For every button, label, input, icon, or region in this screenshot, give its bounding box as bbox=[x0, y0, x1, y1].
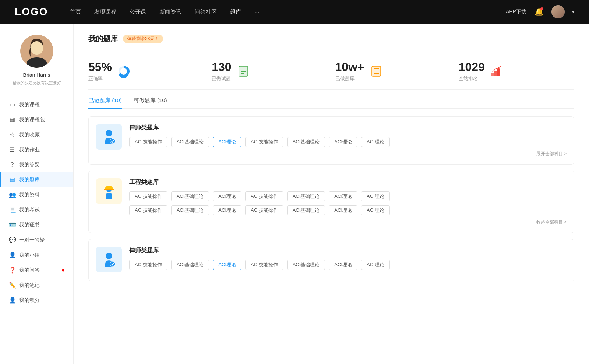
bank-tag[interactable]: ACI理论 bbox=[329, 260, 357, 270]
bank-tag[interactable]: ACI理论 bbox=[329, 205, 357, 215]
my-qa-icon: ❓ bbox=[9, 267, 15, 274]
lawyer-bank-tags: ACI技能操作 ACI基础理论 ACI理论 ACI技能操作 ACI基础理论 AC… bbox=[129, 137, 567, 147]
nav-open-course[interactable]: 公开课 bbox=[130, 7, 146, 17]
expand-button[interactable]: 展开全部科目 > bbox=[536, 151, 567, 157]
bank-tag[interactable]: ACI基础理论 bbox=[171, 137, 209, 147]
profile-name: Brian Harris bbox=[23, 72, 50, 78]
sidebar-item-my-qa[interactable]: ❓ 我的问答 bbox=[0, 263, 73, 278]
profile-motto: 错误的决定比没有决定要好 bbox=[13, 80, 61, 86]
stat-done-banks: 10w+ 已做题库 bbox=[328, 60, 451, 82]
bank-card-lawyer-1: 律师类题库 ACI技能操作 ACI基础理论 ACI理论 ACI技能操作 ACI基… bbox=[88, 116, 574, 165]
svg-point-4 bbox=[120, 68, 127, 75]
sidebar-item-favorites[interactable]: ☆ 我的收藏 bbox=[0, 127, 73, 142]
svg-point-22 bbox=[106, 253, 112, 259]
bank-tag[interactable]: ACI理论 bbox=[361, 260, 390, 270]
page-header: 我的题库 体验剩余23天！ bbox=[88, 24, 574, 51]
bank-tag[interactable]: ACI理论 bbox=[361, 191, 390, 201]
bank-tag[interactable]: ACI技能操作 bbox=[245, 191, 283, 201]
user-avatar[interactable] bbox=[551, 5, 565, 18]
bank-tag[interactable]: ACI基础理论 bbox=[171, 260, 209, 270]
sidebar-item-groups[interactable]: 👤 我的小组 bbox=[0, 247, 73, 263]
bank-tag[interactable]: ACI技能操作 bbox=[245, 137, 283, 147]
sidebar-item-exam[interactable]: 📃 我的考试 bbox=[0, 202, 73, 217]
sidebar-label: 我的考试 bbox=[19, 207, 40, 213]
nav-qa[interactable]: 问答社区 bbox=[195, 7, 217, 17]
nav-question-bank[interactable]: 题库 bbox=[230, 7, 241, 17]
bank-card-engineer: 工程类题库 ACI技能操作 ACI基础理论 ACI理论 ACI技能操作 ACI基… bbox=[88, 171, 574, 233]
bank-tag[interactable]: ACI技能操作 bbox=[245, 205, 283, 215]
page-title: 我的题库 bbox=[88, 34, 118, 44]
user-menu-chevron[interactable]: ▾ bbox=[572, 9, 574, 14]
lawyer-bank-title-2: 律师类题库 bbox=[129, 247, 567, 254]
nav-home[interactable]: 首页 bbox=[70, 7, 81, 17]
stat-done-banks-label: 已做题库 bbox=[335, 75, 364, 82]
bank-tag[interactable]: ACI技能操作 bbox=[129, 137, 167, 147]
courses-icon: ▭ bbox=[9, 101, 15, 108]
sidebar-item-points[interactable]: 👤 我的积分 bbox=[0, 293, 73, 308]
packages-icon: ▦ bbox=[9, 116, 15, 123]
bank-tag[interactable]: ACI理论 bbox=[213, 191, 241, 201]
stats-row: 55% 正确率 130 bbox=[88, 51, 574, 90]
stat-ranking-value: 1029 bbox=[459, 60, 485, 74]
sidebar-item-notes[interactable]: ✏️ 我的笔记 bbox=[0, 278, 73, 293]
nav-more[interactable]: ··· bbox=[254, 7, 259, 17]
bank-tag[interactable]: ACI基础理论 bbox=[287, 205, 325, 215]
done-banks-icon bbox=[370, 65, 383, 78]
sidebar-item-one-on-one[interactable]: 💬 一对一答疑 bbox=[0, 232, 73, 247]
app-download-button[interactable]: APP下载 bbox=[506, 8, 526, 15]
exam-icon: 📃 bbox=[9, 206, 15, 213]
bank-tag[interactable]: ACI基础理论 bbox=[171, 205, 209, 215]
question-bank-tabs: 已做题库 (10) 可做题库 (10) bbox=[88, 90, 574, 109]
sidebar-label: 我的题库 bbox=[19, 176, 40, 183]
bank-tag[interactable]: ACI技能操作 bbox=[129, 205, 167, 215]
sidebar-profile: Brian Harris 错误的决定比没有决定要好 bbox=[0, 24, 73, 93]
lawyer-bank-content: 律师类题库 ACI技能操作 ACI基础理论 ACI理论 ACI技能操作 ACI基… bbox=[129, 124, 567, 157]
sidebar-item-homework[interactable]: ☰ 我的作业 bbox=[0, 142, 73, 157]
lawyer-bank-icon-2 bbox=[96, 247, 122, 272]
engineer-bank-tags-row1: ACI技能操作 ACI基础理论 ACI理论 ACI技能操作 ACI基础理论 AC… bbox=[129, 191, 567, 201]
unread-dot bbox=[62, 269, 64, 271]
svg-rect-21 bbox=[104, 189, 114, 190]
sidebar-label: 我的课程 bbox=[19, 101, 40, 108]
notification-dot bbox=[540, 7, 543, 10]
bank-tag[interactable]: ACI理论 bbox=[329, 191, 357, 201]
sidebar-label: 我的证书 bbox=[19, 222, 40, 228]
bank-tag[interactable]: ACI理论 bbox=[213, 205, 241, 215]
nav-discover[interactable]: 发现课程 bbox=[94, 7, 116, 17]
sidebar-label: 我的问答 bbox=[19, 267, 40, 274]
bank-tag[interactable]: ACI基础理论 bbox=[287, 191, 325, 201]
sidebar-item-my-courses[interactable]: ▭ 我的课程 bbox=[0, 97, 73, 112]
materials-icon: 👥 bbox=[9, 191, 15, 198]
svg-rect-17 bbox=[497, 68, 500, 76]
sidebar-label: 我的笔记 bbox=[19, 282, 40, 289]
bank-tag[interactable]: ACI理论 bbox=[329, 137, 357, 147]
sidebar-label: 我的答疑 bbox=[19, 161, 40, 168]
sidebar-item-certificate[interactable]: 🪪 我的证书 bbox=[0, 217, 73, 232]
sidebar-item-materials[interactable]: 👥 我的资料 bbox=[0, 187, 73, 202]
bank-tag[interactable]: ACI技能操作 bbox=[245, 260, 283, 270]
bank-tag[interactable]: ACI理论 bbox=[361, 205, 390, 215]
stat-ranking: 1029 全站排名 bbox=[451, 60, 574, 82]
svg-rect-15 bbox=[491, 73, 494, 76]
stat-ranking-label: 全站排名 bbox=[459, 75, 485, 82]
nav-news[interactable]: 新闻资讯 bbox=[159, 7, 181, 17]
bank-tag[interactable]: ACI基础理论 bbox=[287, 260, 325, 270]
sidebar-item-qa[interactable]: ? 我的答疑 bbox=[0, 157, 73, 172]
bank-tag-selected[interactable]: ACI理论 bbox=[213, 260, 241, 270]
bank-tag[interactable]: ACI理论 bbox=[361, 137, 390, 147]
bank-tag[interactable]: ACI基础理论 bbox=[171, 191, 209, 201]
stat-accuracy-value: 55% bbox=[88, 60, 112, 74]
bank-tag[interactable]: ACI技能操作 bbox=[129, 260, 167, 270]
bank-tag-selected[interactable]: ACI理论 bbox=[213, 137, 241, 147]
tab-available-banks[interactable]: 可做题库 (10) bbox=[134, 97, 167, 108]
nav-right: APP下载 🔔 ▾ bbox=[506, 5, 574, 18]
engineer-bank-content: 工程类题库 ACI技能操作 ACI基础理论 ACI理论 ACI技能操作 ACI基… bbox=[129, 178, 567, 225]
bank-tag[interactable]: ACI基础理论 bbox=[287, 137, 325, 147]
sidebar-item-course-packages[interactable]: ▦ 我的课程包... bbox=[0, 112, 73, 127]
sidebar-item-question-bank[interactable]: ▤ 我的题库 bbox=[0, 172, 73, 187]
tab-done-banks[interactable]: 已做题库 (10) bbox=[88, 97, 122, 108]
collapse-button[interactable]: 收起全部科目 > bbox=[536, 219, 567, 225]
lawyer-bank-content-2: 律师类题库 ACI技能操作 ACI基础理论 ACI理论 ACI技能操作 ACI基… bbox=[129, 247, 567, 274]
notification-bell[interactable]: 🔔 bbox=[534, 7, 544, 17]
bank-tag[interactable]: ACI技能操作 bbox=[129, 191, 167, 201]
